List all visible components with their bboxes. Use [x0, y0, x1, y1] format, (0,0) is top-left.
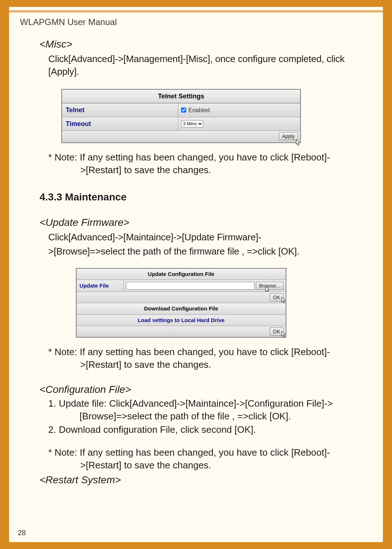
update-file-field: Browse...	[124, 280, 286, 292]
config-step-2: 2. Download configuration File, click se…	[48, 423, 355, 436]
update-ok-row: OK	[77, 292, 286, 303]
update-file-input[interactable]	[126, 282, 254, 290]
ok-button-update[interactable]: OK	[270, 293, 283, 301]
fw-body-l2: >[Browse]=>select the path of the firmwa…	[48, 245, 355, 258]
cfg-note-l2: >[Restart] to save the changes.	[80, 459, 355, 472]
update-config-title: Update Configuration File	[77, 269, 286, 280]
running-header: WLAPGMN User Manual	[20, 17, 117, 27]
heading-update-firmware: <Update Firmware>	[40, 216, 355, 229]
download-ok-row: OK	[77, 326, 286, 337]
telnet-actions-row: Apply	[62, 130, 300, 142]
download-link-row: Load settings to Local Hard Drive	[77, 315, 286, 326]
timeout-label: Timeout	[62, 117, 178, 130]
download-config-title: Download Configuration File	[77, 303, 286, 314]
cfg-note-l1: * Note: If any setting has been changed,…	[48, 446, 355, 459]
telnet-value-cell: Enabled	[178, 103, 300, 117]
telnet-enabled-checkbox[interactable]	[181, 107, 186, 113]
telnet-panel-title: Telnet Settings	[62, 90, 300, 103]
config-file-panel: Update Configuration File Update File Br…	[76, 268, 286, 338]
heading-misc: <Misc>	[40, 37, 355, 51]
divider-top-thick	[9, 11, 383, 12]
telnet-label: Telnet	[62, 103, 178, 117]
ok-button-download[interactable]: OK	[270, 328, 283, 336]
manual-page: WLAPGMN User Manual <Misc> Click[Advance…	[9, 7, 383, 542]
telnet-settings-panel: Telnet Settings Telnet Enabled Timeout 3…	[61, 89, 301, 143]
fw-body-l1: Click[Advanced]->[Maintaince]->[Update F…	[48, 231, 355, 244]
heading-config-file: <Configuration File>	[40, 383, 355, 396]
load-settings-link[interactable]: Load settings to Local Hard Drive	[138, 317, 224, 323]
heading-restart-system: <Restart System>	[40, 473, 355, 487]
apply-button[interactable]: Apply	[279, 132, 298, 140]
divider-top-thin	[9, 12, 383, 13]
timeout-value-cell: 3 Mins	[178, 117, 300, 130]
browse-button[interactable]: Browse...	[256, 282, 283, 290]
page-number: 28	[18, 529, 26, 537]
timeout-select[interactable]: 3 Mins	[181, 120, 203, 127]
telnet-row-timeout: Timeout 3 Mins	[62, 117, 300, 130]
update-file-row: Update File Browse...	[77, 280, 286, 292]
misc-body: Click[Advanced]->[Management]-[Misc], on…	[48, 53, 355, 78]
update-file-label: Update File	[77, 280, 124, 292]
misc-note-l2: >[Restart] to save the changes.	[80, 164, 355, 176]
heading-maintenance: 4.3.3 Maintenance	[40, 190, 355, 204]
telnet-enabled-label: Enabled	[188, 106, 210, 114]
fw-note-l1: * Note: If any setting has been changed,…	[48, 346, 355, 358]
config-step-1: 1. Update file: Click[Advanced]->[Mainta…	[48, 397, 355, 423]
misc-note-l1: * Note: If any setting has been changed,…	[48, 151, 355, 164]
fw-note-l2: >[Restart] to save the changes.	[80, 358, 355, 371]
page-content: <Misc> Click[Advanced]->[Management]-[Mi…	[40, 34, 355, 487]
telnet-row-telnet: Telnet Enabled	[62, 103, 300, 117]
